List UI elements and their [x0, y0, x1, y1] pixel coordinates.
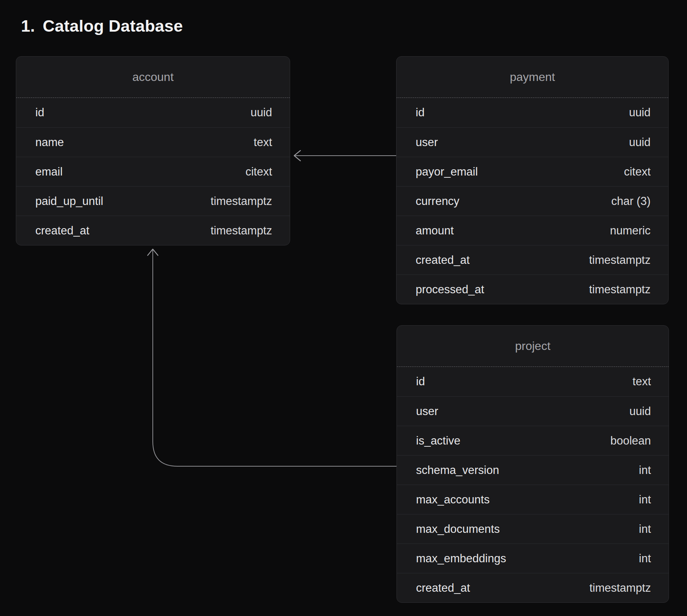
field-type: uuid: [250, 106, 272, 119]
field-type: uuid: [629, 106, 651, 119]
field-name: max_documents: [416, 523, 500, 536]
connector-payment-to-account: [294, 151, 396, 161]
arrow-up-icon: [148, 249, 158, 255]
field-name: email: [35, 165, 63, 178]
field-type: uuid: [629, 405, 651, 418]
field-name: name: [35, 136, 64, 149]
table-account-title: account: [16, 57, 290, 98]
field-type: text: [633, 375, 651, 388]
table-account-rows: id uuid name text email citext paid_up_u…: [16, 98, 290, 245]
connector-project-to-account: [148, 249, 397, 466]
field-name: id: [35, 106, 44, 119]
field-name: processed_at: [416, 283, 484, 296]
field-type: citext: [246, 165, 272, 178]
erd-canvas: 1. Catalog Database account id uuid name…: [0, 0, 687, 616]
field-name: id: [416, 106, 424, 119]
page-title: 1. Catalog Database: [21, 17, 183, 35]
table-payment[interactable]: payment id uuid user uuid payor_email ci…: [396, 56, 669, 304]
table-row: created_at timestamptz: [397, 245, 668, 275]
table-row: paid_up_until timestamptz: [16, 186, 290, 216]
field-type: char (3): [611, 195, 651, 208]
field-name: user: [416, 405, 438, 418]
table-payment-title: payment: [397, 57, 668, 98]
field-name: payor_email: [416, 165, 478, 178]
field-name: id: [416, 375, 425, 388]
table-row: id text: [397, 367, 669, 396]
table-row: max_embeddings int: [397, 544, 669, 573]
table-row: name text: [16, 127, 290, 157]
field-type: timestamptz: [589, 581, 651, 595]
page-title-number: 1.: [21, 17, 35, 35]
field-name: is_active: [416, 434, 461, 447]
field-name: paid_up_until: [35, 195, 103, 208]
field-name: user: [416, 136, 438, 149]
table-row: max_accounts int: [397, 485, 669, 514]
table-row: created_at timestamptz: [16, 216, 290, 245]
field-type: boolean: [610, 434, 651, 447]
field-type: int: [639, 464, 651, 477]
field-name: max_accounts: [416, 493, 490, 506]
field-name: amount: [416, 224, 454, 237]
field-type: uuid: [629, 136, 651, 149]
table-row: user uuid: [397, 396, 669, 426]
table-row: is_active boolean: [397, 426, 669, 455]
table-row: processed_at timestamptz: [397, 275, 668, 304]
table-project-title: project: [397, 326, 669, 367]
table-row: amount numeric: [397, 216, 668, 245]
field-type: citext: [624, 165, 651, 178]
field-type: timestamptz: [211, 195, 272, 208]
field-name: created_at: [416, 254, 470, 267]
table-row: id uuid: [397, 98, 668, 127]
field-name: max_embeddings: [416, 552, 506, 565]
page-title-text: Catalog Database: [43, 17, 183, 35]
field-name: created_at: [416, 581, 470, 595]
table-row: id uuid: [16, 98, 290, 127]
table-row: max_documents int: [397, 514, 669, 544]
table-account[interactable]: account id uuid name text email citext p…: [16, 56, 290, 245]
table-row: schema_version int: [397, 455, 669, 485]
field-name: currency: [416, 195, 459, 208]
field-type: int: [639, 493, 651, 506]
table-project[interactable]: project id text user uuid is_active bool…: [397, 325, 669, 603]
table-payment-rows: id uuid user uuid payor_email citext cur…: [397, 98, 668, 304]
field-type: int: [639, 523, 651, 536]
field-type: timestamptz: [589, 254, 651, 267]
field-type: text: [254, 136, 272, 149]
field-type: timestamptz: [211, 224, 272, 237]
arrow-left-icon: [294, 151, 300, 161]
table-row: currency char (3): [397, 186, 668, 216]
field-type: numeric: [610, 224, 651, 237]
field-type: int: [639, 552, 651, 565]
table-row: email citext: [16, 157, 290, 186]
table-row: payor_email citext: [397, 157, 668, 186]
table-row: user uuid: [397, 127, 668, 157]
field-type: timestamptz: [589, 283, 651, 296]
field-name: created_at: [35, 224, 89, 237]
table-row: created_at timestamptz: [397, 573, 669, 602]
table-project-rows: id text user uuid is_active boolean sche…: [397, 367, 669, 602]
field-name: schema_version: [416, 464, 499, 477]
